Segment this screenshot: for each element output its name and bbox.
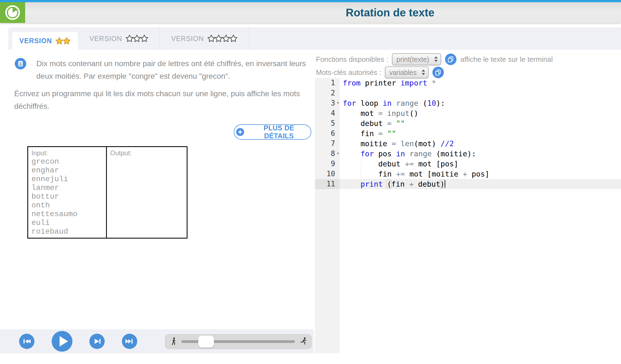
code-line[interactable]: 4 mot = input() xyxy=(315,108,621,118)
speed-slider-track[interactable] xyxy=(181,340,295,343)
output-label: Output: xyxy=(110,149,187,157)
star-icon xyxy=(55,37,63,45)
top-accent-bar xyxy=(0,0,621,2)
tab-label: VERSION xyxy=(19,37,52,45)
select-arrows-icon xyxy=(421,69,425,75)
code-line[interactable]: 10 fin += mot [moitie + pos] xyxy=(315,169,621,179)
step-forward-button[interactable] xyxy=(89,334,105,349)
line-number: 7 xyxy=(315,139,339,149)
code-line[interactable]: 3▾for loop in range (10): xyxy=(315,98,621,108)
code-text: for pos in range (moitie): xyxy=(339,149,476,159)
code-line[interactable]: 9 debut += mot [pos] xyxy=(315,159,621,169)
code-text: fin = "" xyxy=(339,128,396,139)
input-word-list: greconengharennejulilanmerbotturonthnett… xyxy=(31,157,108,236)
code-line[interactable]: 11 print (fin + debut) xyxy=(315,179,621,189)
input-word: nettesaumo xyxy=(31,210,108,219)
input-word: ennejuli xyxy=(31,175,108,184)
indent-guide xyxy=(361,169,361,179)
code-line[interactable]: 7 moitie = len(mot) //2 xyxy=(315,139,621,149)
task-paragraph-2: Écrivez un programme qui lit les dix mot… xyxy=(14,87,307,113)
functions-select-value: print(texte) xyxy=(396,55,429,63)
speed-slider[interactable] xyxy=(165,334,312,349)
keywords-select-value: variables xyxy=(389,69,417,77)
copy-icon[interactable] xyxy=(445,54,456,65)
code-area[interactable]: 1from printer import *23▾for loop in ran… xyxy=(315,78,621,189)
code-editor-panel: Fonctions disponibles : print(texte) aff… xyxy=(315,50,621,364)
input-box: Input: greconengharennejulilanmerbotturo… xyxy=(27,146,109,239)
select-arrows-icon xyxy=(434,56,438,62)
input-word: grecon xyxy=(31,157,108,166)
code-line[interactable]: 6 fin = "" xyxy=(315,128,621,139)
copy-icon[interactable] xyxy=(432,67,444,78)
line-number: 5 xyxy=(315,118,339,128)
play-icon xyxy=(52,331,72,352)
keywords-row: Mots-clés autorisés : variables xyxy=(316,66,444,79)
input-word: enghar xyxy=(31,166,108,175)
skip-to-end-button[interactable] xyxy=(122,334,137,349)
fold-arrow-icon[interactable]: ▾ xyxy=(337,148,339,158)
play-button[interactable] xyxy=(52,331,72,352)
fold-arrow-icon[interactable]: ▾ xyxy=(337,98,339,108)
input-word: roiebaud xyxy=(31,227,108,236)
input-word: euli xyxy=(31,219,108,227)
line-number: 3▾ xyxy=(315,98,339,108)
code-text: mot = input() xyxy=(339,108,418,118)
star-icon xyxy=(229,34,238,43)
step-forward-icon xyxy=(89,334,105,349)
star-icon xyxy=(140,34,148,43)
running-person-icon xyxy=(299,337,308,346)
line-number: 9 xyxy=(315,159,339,169)
output-box: Output: xyxy=(106,146,188,239)
code-text xyxy=(339,88,343,98)
text-cursor xyxy=(445,180,445,188)
plus-icon xyxy=(236,128,244,136)
code-text: debut += mot [pos] xyxy=(339,159,458,169)
tab-stars xyxy=(55,37,71,45)
star-icon xyxy=(63,37,71,45)
star-icon xyxy=(133,34,141,43)
version-tabs: VERSION VERSION VERSION xyxy=(8,27,621,50)
functions-label: Fonctions disponibles : xyxy=(316,55,388,64)
tab-stars xyxy=(125,34,148,43)
line-number: 6 xyxy=(315,128,339,139)
more-details-button[interactable]: PLUS DE DÉTAILS xyxy=(234,124,311,140)
tab-stars xyxy=(207,34,238,43)
tab-version-2-stars[interactable]: VERSION xyxy=(12,32,78,50)
line-number: 11 xyxy=(315,179,339,189)
code-text: from printer import * xyxy=(339,78,436,88)
code-line[interactable]: 8▾ for pos in range (moitie): xyxy=(315,149,621,159)
code-text: debut = "" xyxy=(339,118,405,128)
walking-person-icon xyxy=(169,337,178,346)
line-number: 1 xyxy=(315,78,339,88)
keywords-label: Mots-clés autorisés : xyxy=(316,68,381,77)
task-book-icon xyxy=(15,58,26,71)
keywords-select[interactable]: variables xyxy=(385,66,429,78)
code-text: print (fin + debut) xyxy=(339,179,445,189)
functions-hint: affiche le texte sur le terminal xyxy=(460,55,553,64)
indent-guide xyxy=(361,159,361,169)
app-header: Rotation de texte xyxy=(0,2,621,23)
line-number: 2 xyxy=(315,88,339,98)
page-title: Rotation de texte xyxy=(346,7,434,19)
more-details-label: PLUS DE DÉTAILS xyxy=(249,124,309,140)
pie-clock-logo-icon xyxy=(4,4,21,21)
functions-select[interactable]: print(texte) xyxy=(392,53,441,65)
tab-label: VERSION xyxy=(89,35,122,43)
code-text: fin += mot [moitie + pos] xyxy=(339,169,490,179)
line-number: 4 xyxy=(315,108,339,118)
line-number: 8▾ xyxy=(315,149,339,159)
input-word: onth xyxy=(31,201,108,210)
tab-version-3-stars[interactable]: VERSION xyxy=(78,27,160,50)
app-logo[interactable] xyxy=(0,2,25,23)
skip-to-end-icon xyxy=(122,334,137,349)
speed-slider-thumb[interactable] xyxy=(198,336,214,348)
star-icon xyxy=(125,34,134,43)
tab-label: VERSION xyxy=(171,35,204,43)
skip-to-start-button[interactable] xyxy=(19,334,34,349)
code-line[interactable]: 2 xyxy=(315,88,621,98)
code-line[interactable]: 1from printer import * xyxy=(315,78,621,88)
tab-version-4-stars[interactable]: VERSION xyxy=(160,27,249,50)
code-line[interactable]: 5 debut = "" xyxy=(315,118,621,128)
input-word: lanmer xyxy=(31,184,108,192)
star-icon xyxy=(207,34,215,43)
